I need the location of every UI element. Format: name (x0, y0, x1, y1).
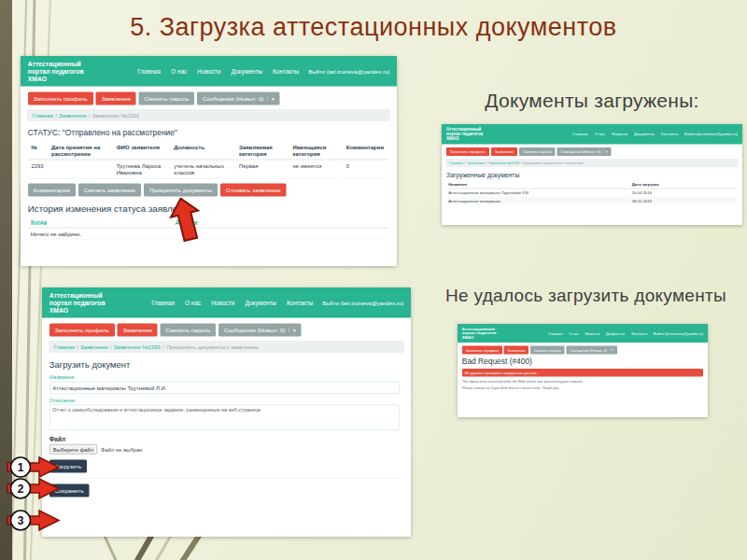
portal-brand: Аттестационный портал педагогов ХМАО (49, 292, 122, 315)
messages-label: Сообщения (Новых: 0) (224, 327, 286, 333)
toolbar: Заполнить профиль Заявления Сменить паро… (49, 323, 403, 336)
breadcrumb-application[interactable]: Заявление №2293 (488, 161, 519, 165)
logout-link[interactable]: Выйти (lari.trutneva@yandex.ru) (308, 68, 389, 75)
breadcrumb-application[interactable]: Заявление №2293 (114, 343, 161, 350)
breadcrumb-applications[interactable]: Заявления (80, 343, 107, 350)
choose-file-button[interactable]: Выберите файл (49, 444, 97, 454)
slide-title: 5. Загрузка аттестационных документов (0, 13, 747, 42)
nav-documents[interactable]: Документы (246, 300, 277, 307)
portal-brand: Аттестационный портал педагогов ХМАО (446, 127, 494, 141)
file-label: Файл (49, 436, 403, 443)
nav-news[interactable]: Новости (612, 132, 627, 136)
cell-fio: Трутнева Лариса Ивановна (113, 160, 171, 178)
nav-contacts[interactable]: Контакты (273, 68, 299, 76)
nav-documents[interactable]: Документы (634, 132, 655, 136)
main-nav: Главная О нас Новости Документы Контакты (137, 68, 299, 76)
nav-about[interactable]: О нас (185, 300, 201, 307)
error-line-2: Please contact us if you think this is a… (462, 385, 703, 390)
breadcrumb-applications[interactable]: Заявления (467, 161, 485, 165)
nav-contacts[interactable]: Контакты (287, 300, 313, 307)
doc-date: 18.01.2019 (630, 197, 738, 204)
change-password-button[interactable]: Сменить пароль (161, 323, 216, 336)
applications-button[interactable]: Заявления (96, 91, 136, 105)
nav-documents[interactable]: Документы (232, 68, 263, 76)
uploaded-documents-table: Название Дата загрузки Аттестационные ма… (446, 180, 738, 204)
screenshot-upload-form: Аттестационный портал педагогов ХМАО Гла… (42, 287, 411, 537)
breadcrumb-home[interactable]: Главная (54, 343, 75, 350)
change-password-button[interactable]: Сменить пароль (519, 147, 556, 156)
file-empty-text: Файл не выбран (101, 446, 142, 453)
change-password-button[interactable]: Сменить пароль (530, 346, 565, 355)
application-table: № Дата принятия на рассмотрение ФИО заяв… (28, 141, 389, 178)
document-description-textarea[interactable]: Отчет о самообследовании и аттестационно… (49, 404, 400, 430)
col-doc-name: Название (446, 180, 629, 188)
main-nav: Главная О нас Новости Документы Контакты (572, 132, 678, 136)
messages-button[interactable]: Сообщения (Новых: 0)▾ (566, 346, 617, 355)
messages-button[interactable]: Сообщения (Новых: 0)▾ (218, 323, 301, 336)
fill-profile-button[interactable]: Заполнить профиль (462, 346, 502, 355)
toolbar: Заполнить профиль Заявления Сменить паро… (462, 346, 703, 355)
nav-home[interactable]: Главная (548, 331, 562, 336)
col-claimed-category: Заявляемая категория (235, 141, 289, 160)
fill-profile-button[interactable]: Заполнить профиль (49, 323, 115, 336)
nav-news[interactable]: Новости (197, 68, 220, 76)
main-nav: Главная О нас Новости Документы Контакты (151, 300, 313, 307)
screenshot-uploaded-documents: Аттестационный портал педагогов ХМАО Гла… (442, 124, 742, 225)
nav-home[interactable]: Главная (572, 132, 587, 136)
toolbar: Заполнить профиль Заявления Сменить паро… (446, 147, 738, 156)
nav-home[interactable]: Главная (151, 300, 175, 307)
col-date: Дата принятия на рассмотрение (48, 141, 113, 160)
breadcrumb-home[interactable]: Главная (449, 161, 463, 165)
step-1-number: 1 (18, 461, 24, 474)
nav-documents[interactable]: Документы (606, 331, 626, 336)
portal-brand: Аттестационный портал педагогов ХМАО (462, 327, 507, 340)
portal-header: Аттестационный портал педагогов ХМАО Гла… (458, 324, 708, 343)
applications-button[interactable]: Заявления (504, 346, 529, 355)
messages-button[interactable]: Сообщения (Новых: 0)▾ (557, 147, 612, 156)
logout-link[interactable]: Выйти (lari.trutneva@yandex.ru) (654, 331, 703, 336)
nav-contacts[interactable]: Контакты (631, 331, 647, 336)
attach-documents-button[interactable]: Прикрепить документы (144, 184, 218, 197)
portal-header: Аттестационный портал педагогов ХМАО Гла… (21, 56, 397, 87)
breadcrumb-home[interactable]: Главная (33, 112, 53, 119)
download-application-button[interactable]: Скачать заявление (78, 184, 141, 197)
breadcrumb-applications[interactable]: Заявления (59, 112, 86, 119)
nav-about[interactable]: О нас (171, 68, 187, 76)
fill-profile-button[interactable]: Заполнить профиль (446, 147, 489, 156)
error-heading: Bad Request (#400) (462, 357, 703, 366)
fill-profile-button[interactable]: Заполнить профиль (28, 91, 93, 105)
logout-link[interactable]: Выйти (lari.trutneva@yandex.ru) (684, 132, 738, 136)
messages-label: Сообщения (Новых: 0) (570, 348, 607, 353)
portal-header: Аттестационный портал педагогов ХМАО Гла… (442, 124, 742, 144)
messages-label: Сообщения (Новых: 0) (560, 149, 600, 154)
applications-button[interactable]: Заявления (491, 147, 517, 156)
nav-home[interactable]: Главная (137, 68, 161, 76)
messages-label: Сообщения (Новых: 0) (203, 95, 264, 102)
nav-contacts[interactable]: Контакты (661, 132, 678, 136)
nav-about[interactable]: О нас (595, 132, 605, 136)
application-status: СТАТУС: "Отправлено на рассмотрение" (28, 128, 389, 137)
history-sort-when[interactable]: Когда (31, 218, 47, 225)
name-label: Название (49, 374, 403, 381)
logout-link[interactable]: Выйти (lari.trutneva@yandex.ru) (322, 300, 403, 306)
table-row: Аттестационные материалы Трутневой Л.И. … (446, 189, 738, 197)
change-password-button[interactable]: Сменить пароль (139, 91, 194, 105)
withdraw-application-button[interactable]: Отозвать заявление (220, 184, 287, 197)
chevron-down-icon: ▾ (603, 150, 608, 154)
error-line-1: The above error occurred while the Web s… (462, 379, 703, 384)
nav-news[interactable]: Новости (585, 331, 599, 336)
table-row: Аттестационные материалы 18.01.2019 (446, 197, 738, 204)
document-name-input[interactable] (49, 382, 400, 394)
file-input-row: Выберите файл Файл не выбран (49, 444, 403, 454)
applications-button[interactable]: Заявления (118, 323, 158, 336)
comments-button[interactable]: Комментарии (28, 184, 76, 197)
doc-date: 10.04.2019 (630, 189, 738, 197)
messages-button[interactable]: Сообщения (Новых: 0)▾ (197, 91, 279, 105)
step-3-number: 3 (18, 514, 24, 527)
toolbar: Заполнить профиль Заявления Сменить паро… (28, 91, 389, 105)
nav-news[interactable]: Новости (211, 300, 234, 307)
nav-about[interactable]: О нас (569, 331, 579, 336)
col-position: Должность (171, 141, 236, 160)
step-3-arrow: 3 (4, 508, 62, 533)
col-comments: Комментарии (343, 141, 389, 160)
